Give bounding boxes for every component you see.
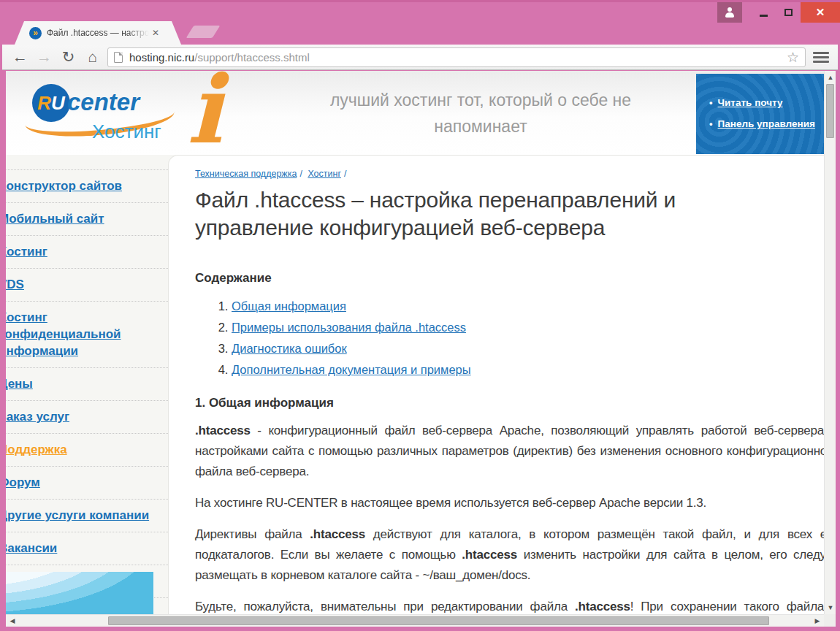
new-tab-button[interactable] [186, 26, 221, 38]
browser-window-frame: ✕ » Файл .htaccess — настрой ✕ ← → ↻ ⌂ h… [0, 0, 840, 631]
url-text[interactable]: hosting.nic.ru/support/htaccess.shtml [129, 51, 310, 64]
logo-center-text[interactable]: center [67, 88, 140, 116]
scroll-right-icon[interactable]: ▶ [812, 615, 823, 627]
page-viewport: RU center Хостинг i лучший хостинг тот, … [6, 71, 836, 627]
back-button[interactable]: ← [8, 46, 32, 68]
sidebar-item-vds[interactable]: VDS [6, 269, 168, 302]
table-of-contents: Общая информация Примеры использования ф… [232, 297, 824, 378]
vertical-scroll-thumb[interactable] [826, 84, 834, 138]
read-mail-link[interactable]: • Читать почту [709, 97, 824, 108]
horizontal-scrollbar[interactable]: ◀ ▶ [6, 614, 824, 627]
paragraph: Будьте, пожалуйста, внимательны при реда… [195, 597, 824, 614]
page-content: RU center Хостинг i лучший хостинг тот, … [6, 71, 824, 614]
toc-link-diagnostics[interactable]: Диагностика ошибок [232, 342, 347, 355]
sidebar-item-site-builder[interactable]: Конструктор сайтов [6, 169, 168, 203]
vertical-scrollbar[interactable]: ▲ ▼ [824, 71, 836, 614]
bookmark-star-icon[interactable]: ☆ [787, 49, 799, 66]
sidebar-item-other-services[interactable]: Другие услуги компании [6, 500, 168, 532]
sidebar-menu: Конструктор сайтов Мобильный сайт Хостин… [6, 155, 168, 614]
breadcrumb-hosting-link[interactable]: Хостинг [308, 169, 341, 179]
window-caption-buttons: ✕ [717, 2, 840, 23]
toc-item: Диагностика ошибок [232, 340, 824, 357]
site-favicon-icon: » [29, 27, 42, 39]
horizontal-scroll-thumb[interactable] [108, 616, 769, 625]
toc-heading: Содержание [195, 271, 824, 286]
page-icon [114, 52, 123, 63]
url-path: /support/htaccess.shtml [194, 51, 310, 64]
toc-item: Дополнительная документация и примеры [232, 361, 824, 378]
close-icon: ✕ [816, 6, 825, 19]
minimize-button[interactable] [751, 2, 776, 23]
breadcrumb-support-link[interactable]: Техническая поддержка [195, 169, 297, 179]
scroll-up-icon[interactable]: ▲ [825, 72, 836, 83]
sidebar-item-prices[interactable]: Цены [6, 368, 168, 401]
tab-title: Файл .htaccess — настрой [47, 28, 149, 38]
toc-link-examples[interactable]: Примеры использования файла .htaccess [232, 321, 466, 334]
address-bar[interactable]: hosting.nic.ru/support/htaccess.shtml ☆ [107, 47, 806, 67]
header-slogan: лучший хостинг тот, который о себе не на… [291, 87, 671, 139]
minimize-icon [760, 15, 768, 17]
toc-link-general[interactable]: Общая информация [232, 299, 346, 313]
scroll-left-icon[interactable]: ◀ [7, 615, 18, 627]
forward-button[interactable]: → [32, 46, 56, 68]
sidebar-item-forum[interactable]: Форум [6, 467, 168, 500]
maximize-button[interactable] [776, 2, 801, 23]
control-panel-link[interactable]: • Панель управления [709, 118, 824, 129]
toc-item: Общая информация [232, 297, 824, 315]
page-title: Файл .htaccess – настройка перенаправлен… [195, 186, 757, 242]
sidebar-item-hosting[interactable]: Хостинг [6, 236, 168, 269]
maximize-icon [784, 9, 793, 16]
scroll-down-icon[interactable]: ▼ [825, 602, 836, 613]
bullet-icon: • [709, 118, 713, 129]
sidebar-item-confidential-hosting[interactable]: Хостинг конфиденциальной информации [6, 302, 168, 368]
breadcrumb: Техническая поддержка/ Хостинг/ [195, 169, 824, 179]
reload-button[interactable]: ↻ [56, 46, 80, 68]
home-button[interactable]: ⌂ [80, 46, 104, 68]
browser-toolbar: ← → ↻ ⌂ hosting.nic.ru/support/htaccess.… [2, 45, 838, 70]
paragraph: Директивы файла .htaccess действуют для … [195, 524, 824, 586]
toc-item: Примеры использования файла .htaccess [232, 318, 824, 336]
url-host: hosting.nic.ru [129, 51, 194, 64]
chrome-menu-button[interactable] [810, 48, 832, 66]
logo-hosting-text: Хостинг [92, 121, 161, 143]
profile-button[interactable] [717, 2, 742, 23]
content-card: Техническая поддержка/ Хостинг/ Файл .ht… [168, 155, 824, 614]
bullet-icon: • [709, 97, 713, 108]
person-icon [725, 7, 735, 18]
page-body: Конструктор сайтов Мобильный сайт Хостин… [6, 155, 824, 614]
sidebar-item-vacancies[interactable]: Вакансии [6, 532, 168, 565]
info-i-graphic: i [187, 71, 223, 164]
paragraph: На хостинге RU-CENTER в настоящее время … [195, 493, 824, 513]
scrollbar-corner [824, 614, 836, 627]
paragraph: .htaccess - конфигурационный файл веб-се… [195, 421, 824, 482]
tab-strip: » Файл .htaccess — настрой ✕ [0, 21, 840, 45]
close-window-button[interactable]: ✕ [801, 2, 840, 23]
section-1-heading: 1. Общая информация [195, 396, 824, 410]
site-header: RU center Хостинг i лучший хостинг тот, … [6, 71, 824, 155]
sidebar-item-mobile-site[interactable]: Мобильный сайт [6, 203, 168, 236]
sidebar-item-support[interactable]: Поддержка [6, 434, 168, 467]
sidebar-decorative-graphic [6, 572, 153, 614]
sidebar-item-order[interactable]: Заказ услуг [6, 401, 168, 434]
browser-tab[interactable]: » Файл .htaccess — настрой ✕ [15, 21, 181, 45]
quick-links-panel: • Читать почту • Панель управления [696, 74, 824, 154]
toc-link-docs[interactable]: Дополнительная документация и примеры [232, 363, 471, 376]
tab-close-button[interactable]: ✕ [152, 28, 159, 38]
